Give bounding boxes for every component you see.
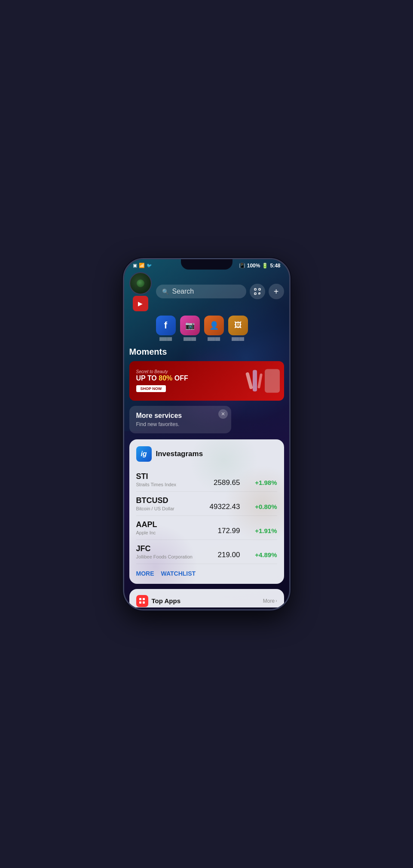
investagrams-logo-icon: ig [141, 450, 147, 458]
investagrams-name: Investagrams [156, 450, 203, 458]
app-icons-row: f 📷 👤 🖼 [129, 316, 284, 335]
stock-info-sti: STI Straits Times Index [136, 472, 177, 487]
phone-frame: ▣ 📶 🐦 📳 100% 🔋 5:48 ▶ [123, 258, 291, 610]
banner-content: Secret to Beauty UP TO 80% OFF SHOP NOW [136, 369, 188, 392]
investagrams-footer: MORE WATCHLIST [136, 570, 277, 577]
stock-row-jfc[interactable]: JFC Jollibee Foods Corporation 219.00 +4… [136, 540, 277, 564]
chevron-right-icon: › [275, 598, 277, 603]
more-services-subtitle: Find new favorites. [136, 421, 225, 427]
app-icon-instagram[interactable]: 📷 [180, 316, 200, 335]
top-apps-header: Top Apps More › [136, 595, 277, 607]
stock-info-aapl: AAPL Apple Inc [136, 520, 157, 535]
shop-now-button[interactable]: SHOP NOW [136, 385, 166, 392]
stock-fullname-jfc: Jollibee Foods Corporation [136, 554, 193, 559]
top-apps-title: Top Apps [152, 597, 181, 604]
banner-decoration [248, 369, 280, 393]
avatar-dot [137, 279, 144, 287]
app-label-2: ▓▓▓▓▓ [180, 337, 200, 341]
vibrate-icon: 📳 [239, 263, 245, 269]
top-apps-more-row[interactable]: More › [263, 598, 277, 604]
top-apps-dots [139, 598, 145, 604]
more-link[interactable]: MORE [136, 570, 154, 577]
stock-fullname-btcusd: Bitcoin / US Dollar [136, 506, 174, 511]
makeup-item-3 [257, 373, 263, 389]
dot-3 [139, 601, 141, 604]
avatar-main[interactable] [129, 272, 152, 294]
stock-change-aapl: +1.91% [247, 527, 277, 534]
search-icon: 🔍 [162, 288, 169, 295]
sim-icon: ▣ [133, 263, 137, 268]
investagrams-header: ig Investagrams [136, 446, 277, 462]
banner-discount: UP TO 80% OFF [136, 374, 188, 382]
more-services-card[interactable]: ✕ More services Find new favorites. [129, 406, 232, 433]
avatar-sub[interactable]: ▶ [133, 296, 148, 311]
banner-subtitle: Secret to Beauty [136, 369, 188, 374]
stock-values-jfc: 219.00 +4.89% [218, 551, 277, 559]
stock-row-aapl[interactable]: AAPL Apple Inc 172.99 +1.91% [136, 516, 277, 540]
investagrams-logo: ig [136, 446, 152, 462]
app-icon-contacts[interactable]: 👤 [204, 316, 224, 335]
battery-icon: 🔋 [262, 263, 268, 269]
svg-rect-2 [254, 293, 256, 294]
phone-notch [181, 259, 233, 270]
youtube-icon: ▶ [138, 300, 143, 307]
stock-symbol-aapl: AAPL [136, 520, 157, 529]
stock-values-aapl: 172.99 +1.91% [218, 527, 277, 535]
stock-symbol-sti: STI [136, 472, 177, 481]
top-apps-title-row: Top Apps [136, 595, 181, 607]
stock-price-sti: 2589.65 [214, 478, 240, 487]
stock-values-sti: 2589.65 +1.98% [214, 478, 277, 487]
top-apps-more-link[interactable]: More [263, 598, 275, 604]
svg-rect-0 [254, 288, 256, 290]
top-apps-icon [136, 595, 148, 607]
status-right: 📳 100% 🔋 5:48 [239, 263, 281, 269]
close-icon: ✕ [221, 411, 225, 417]
stock-price-btcusd: 49322.43 [210, 503, 240, 511]
makeup-bottle [265, 369, 280, 393]
top-row: ▶ 🔍 Search [129, 272, 284, 311]
moments-banner[interactable]: Secret to Beauty UP TO 80% OFF SHOP NOW [129, 361, 284, 401]
app-icon-gallery[interactable]: 🖼 [228, 316, 248, 335]
more-services-title: More services [136, 412, 225, 420]
app-label-4: ▓▓▓▓▓ [228, 337, 248, 341]
plus-icon: + [274, 287, 279, 297]
top-apps-card: Top Apps More › ⊞ □ ⚙ [129, 589, 284, 607]
stock-change-sti: +1.98% [247, 479, 277, 486]
clock: 5:48 [270, 263, 280, 269]
battery-percent: 100% [247, 263, 260, 269]
app-labels-row: ▓▓▓▓▓ ▓▓▓▓▓ ▓▓▓▓▓ ▓▓▓▓▓ [129, 337, 284, 341]
stock-fullname-sti: Straits Times Index [136, 482, 177, 487]
dot-2 [143, 598, 145, 600]
stock-info-jfc: JFC Jollibee Foods Corporation [136, 544, 193, 559]
stock-price-aapl: 172.99 [218, 527, 240, 535]
main-content: ▶ 🔍 Search [124, 270, 289, 607]
phone-screen: ▣ 📶 🐦 📳 100% 🔋 5:48 ▶ [124, 259, 289, 609]
stock-row-btcusd[interactable]: BTCUSD Bitcoin / US Dollar 49322.43 +0.8… [136, 492, 277, 516]
stock-symbol-jfc: JFC [136, 544, 193, 553]
app-label-1: ▓▓▓▓▓ [156, 337, 176, 341]
stock-fullname-aapl: Apple Inc [136, 530, 157, 535]
search-row: 🔍 Search [156, 284, 284, 299]
search-text: Search [172, 288, 194, 295]
watchlist-link[interactable]: WATCHLIST [161, 570, 196, 577]
status-left: ▣ 📶 🐦 [133, 263, 152, 268]
app-label-3: ▓▓▓▓▓ [204, 337, 224, 341]
makeup-item-1 [245, 372, 253, 390]
avatar-stack: ▶ [129, 272, 152, 311]
svg-rect-1 [259, 288, 260, 290]
wifi-icon: 📶 [139, 263, 145, 268]
add-button[interactable]: + [269, 284, 284, 299]
close-card-button[interactable]: ✕ [218, 409, 228, 419]
app-icon-facebook[interactable]: f [156, 316, 176, 335]
stock-change-jfc: +4.89% [247, 551, 277, 558]
dot-1 [139, 598, 141, 600]
search-bar[interactable]: 🔍 Search [156, 285, 246, 298]
stock-symbol-btcusd: BTCUSD [136, 496, 174, 505]
moments-title: Moments [129, 347, 284, 357]
investagrams-card: ig Investagrams STI Straits Times Index … [129, 439, 284, 584]
stock-values-btcusd: 49322.43 +0.80% [210, 503, 277, 511]
scan-button[interactable] [250, 284, 265, 299]
dot-4 [143, 601, 145, 604]
stock-row-sti[interactable]: STI Straits Times Index 2589.65 +1.98% [136, 468, 277, 492]
makeup-item-2 [253, 370, 257, 392]
